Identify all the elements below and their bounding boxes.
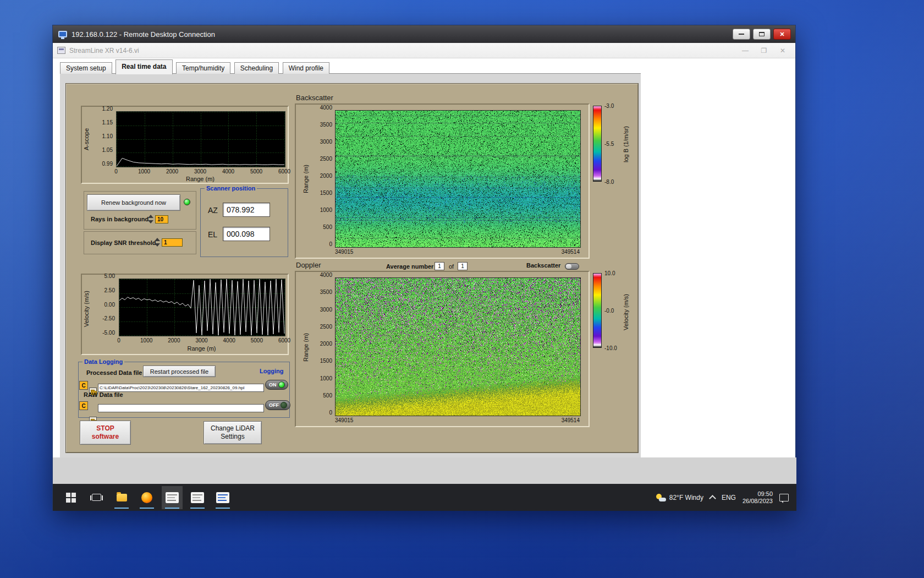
tab-wind-profile[interactable]: Wind profile [283,62,329,74]
backscatter-heading: Backscatter [296,94,333,102]
ascope-xticks: 0100020003000400050006000 [116,168,284,175]
average-number-field[interactable]: 1 [435,262,444,270]
tray-chevron-icon[interactable] [709,495,716,502]
running-indicator [190,508,205,509]
rdp-close-button[interactable]: ✕ [773,29,791,40]
streamline-app-button[interactable] [162,486,183,509]
restart-processed-file-button[interactable]: Restart processed file [143,366,216,377]
snr-value: 1 [164,239,167,246]
rays-value: 10 [157,216,163,222]
snr-spinner[interactable] [154,238,160,247]
maximize-icon [759,32,765,36]
file-explorer-button[interactable] [111,486,132,509]
processed-logging-switch[interactable]: ON [265,380,288,390]
taskbar: 82°F Windy ENG 09:50 26/08/2023 [53,484,796,511]
backscatter-display-toggle[interactable] [565,263,579,270]
stop-software-button[interactable]: STOP software [80,421,131,445]
doppler-heading: Doppler [296,261,321,269]
doppler-yticks: 40003500300025002000150010005000 [314,275,332,412]
off-label: OFF [269,402,279,408]
tab-real-time-data[interactable]: Real time data [116,59,172,74]
settings-label-line1: Change LiDAR [211,424,255,433]
doppler-plot-group: Range (m) 400035003000250020001500100050… [295,271,590,427]
snr-value-field[interactable]: 1 [162,238,183,247]
raw-drive-box[interactable]: C [79,401,88,410]
velocity-ylabel: Velocity (m/s) [83,281,90,336]
drive-letter: C [81,383,85,389]
weather-text: 82°F Windy [669,494,703,501]
firefox-icon [141,492,152,503]
doppler-colorbar-ticks: 10.0-0.0-10.0 [604,273,624,348]
rdp-titlebar[interactable]: 192.168.0.122 - Remote Desktop Connectio… [53,25,795,43]
language-indicator[interactable]: ENG [722,494,736,501]
task-view-button[interactable] [86,486,107,509]
backscatter-toggle-label: Backscatter [526,262,560,269]
spinner-down-icon[interactable] [155,243,160,247]
renew-background-button[interactable]: Renew background now [87,194,180,211]
spinner-up-icon[interactable] [155,238,160,241]
rdp-maximize-button[interactable] [753,29,771,40]
processed-path-wrap [98,381,264,390]
backscatter-colorbar [593,106,602,182]
scanner-position-title: Scanner position [205,185,257,192]
spinner-down-icon[interactable] [148,220,153,223]
az-value-field[interactable]: 078.992 [223,203,270,217]
processed-logging-led [278,381,285,388]
backscatter-plot-group: Range (m) 400035003000250020001500100050… [295,103,590,259]
average-number-label: Average number [386,263,433,270]
firefox-button[interactable] [136,486,157,509]
tab-bar: System setup Real time data Temp/humidit… [60,59,641,74]
weather-icon [656,494,666,501]
el-value-field[interactable]: 000.098 [223,227,270,241]
processed-path-input[interactable] [98,384,264,392]
windows-logo-icon [66,493,76,503]
settings-label-line2: Settings [221,433,244,441]
ascope-ylabel: A-scope [83,114,90,164]
tab-scheduling[interactable]: Scheduling [234,62,279,74]
rdp-client-area: StreamLine XR v14-6.vi — ❐ ✕ System setu… [53,43,795,510]
backscatter-yticks: 40003500300025002000150010005000 [314,107,332,244]
doppler-colorbar [593,273,602,348]
raw-logging-switch[interactable]: OFF [265,400,290,410]
folder-icon [117,494,127,501]
tab-temp-humidity[interactable]: Temp/humidity [176,62,230,74]
ascope-plot-canvas [116,111,285,167]
app-maximize-button[interactable]: ❐ [755,43,773,58]
of-label: of [449,263,454,270]
notification-center-icon[interactable] [779,494,789,501]
app-minimize-button[interactable]: — [736,43,755,58]
logging-label: Logging [260,368,283,374]
raw-data-file-label: RAW Data file [84,391,123,398]
app-bottom-strip [53,457,796,484]
ascope-xlabel: Range (m) [116,176,284,182]
restart-processed-file-label: Restart processed file [150,368,208,375]
scan-scheduler-app-icon [191,492,204,503]
taskbar-clock[interactable]: 09:50 26/08/2023 [743,490,773,505]
stop-label-line2: software [92,433,119,441]
rdp-computer-icon [58,31,67,37]
processed-data-file-label: Processed Data file [86,369,142,376]
rays-value-field[interactable]: 10 [155,215,168,223]
app-close-button[interactable]: ✕ [773,43,792,58]
scan-scheduler-app-button[interactable] [187,486,208,509]
data-viewer-app-button[interactable] [212,486,233,509]
average-number-value: 1 [438,263,441,269]
backscatter-colorbar-ticks: -3.0-5.5-8.0 [604,106,621,182]
on-label: ON [269,382,277,388]
processed-drive-box[interactable]: C [79,381,88,390]
task-view-icon [92,494,101,501]
spinner-up-icon[interactable] [148,215,153,218]
app-titlebar[interactable]: StreamLine XR v14-6.vi — ❐ ✕ [53,43,795,58]
raw-path-input[interactable] [98,404,264,412]
raw-path-wrap [98,402,264,410]
weather-widget[interactable]: 82°F Windy [656,494,703,501]
start-button[interactable] [61,486,81,509]
change-lidar-settings-button[interactable]: Change LiDAR Settings [204,421,262,444]
rdp-minimize-button[interactable] [733,29,750,40]
velocity-xticks: 0100020003000400050006000 [119,337,284,344]
of-count-field[interactable]: 1 [458,262,468,270]
streamline-app-icon [166,492,179,503]
tab-system-setup[interactable]: System setup [60,62,112,74]
data-logging-title: Data Logging [82,358,124,365]
rays-spinner[interactable] [147,215,153,223]
